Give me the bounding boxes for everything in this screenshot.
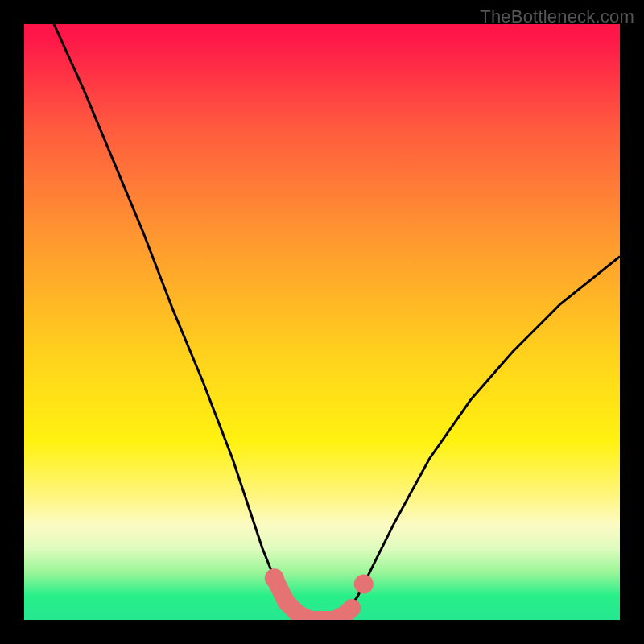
marker-dot: [354, 575, 374, 594]
bottleneck-curve: [24, 24, 620, 620]
watermark-label: TheBottleneck.com: [480, 6, 634, 27]
marker-dot: [343, 599, 361, 617]
curve-path: [54, 24, 620, 620]
chart-frame: TheBottleneck.com: [0, 0, 644, 644]
plot-area: [24, 24, 620, 620]
marker-group: [265, 568, 374, 620]
